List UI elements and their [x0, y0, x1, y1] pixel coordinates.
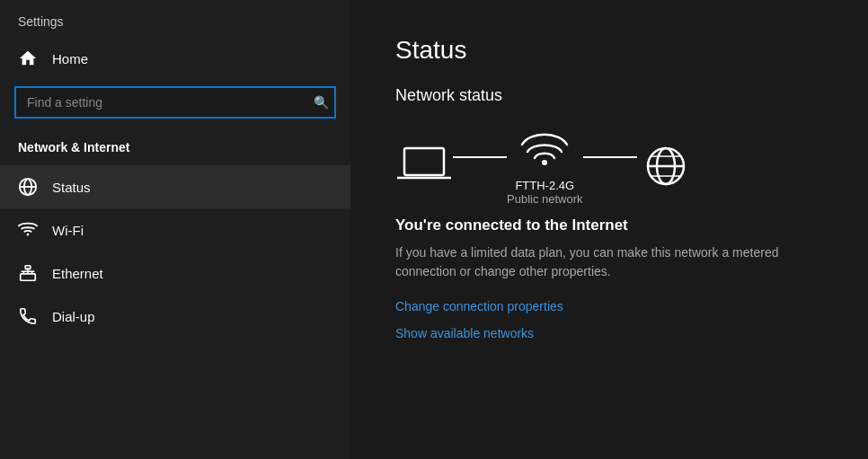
- sidebar-item-status-label: Status: [52, 180, 91, 195]
- wifi-icon: [18, 220, 38, 240]
- diagram-line-2: [583, 156, 637, 158]
- svg-rect-9: [25, 266, 31, 269]
- diagram-line-1: [453, 156, 507, 158]
- svg-rect-10: [404, 148, 444, 175]
- network-info: FTTH-2.4G Public network: [507, 179, 583, 206]
- connected-text: You're connected to the Internet: [395, 216, 823, 234]
- svg-point-12: [542, 160, 547, 165]
- router-diagram-icon: FTTH-2.4G Public network: [507, 127, 583, 206]
- home-label: Home: [52, 51, 88, 66]
- sidebar-item-wifi-label: Wi-Fi: [52, 223, 84, 238]
- change-connection-link[interactable]: Change connection properties: [395, 299, 823, 313]
- sidebar: Settings Home 🔍 Network & Internet Statu…: [0, 0, 350, 459]
- sidebar-item-home[interactable]: Home: [0, 38, 350, 79]
- network-type: Public network: [507, 192, 583, 206]
- app-title: Settings: [0, 0, 350, 38]
- search-input[interactable]: [14, 86, 336, 119]
- sidebar-item-dialup-label: Dial-up: [52, 309, 95, 324]
- dialup-icon: [18, 306, 38, 326]
- page-title: Status: [395, 36, 823, 65]
- globe-icon: [637, 144, 695, 189]
- home-icon: [18, 49, 38, 68]
- main-content: Status Network status FTTH-2.4G Public n…: [350, 0, 868, 459]
- wifi-diagram-icon: [518, 127, 571, 172]
- search-icon[interactable]: 🔍: [314, 95, 329, 110]
- sidebar-item-ethernet-label: Ethernet: [52, 266, 103, 281]
- sidebar-item-wifi[interactable]: Wi-Fi: [0, 208, 350, 252]
- globe-diagram-icon: [637, 144, 695, 189]
- network-diagram: FTTH-2.4G Public network: [395, 127, 823, 206]
- section-heading: Network status: [395, 86, 823, 105]
- sidebar-item-status[interactable]: Status: [0, 165, 350, 208]
- status-icon: [18, 177, 38, 197]
- description-text: If you have a limited data plan, you can…: [395, 243, 823, 281]
- sidebar-item-dialup[interactable]: Dial-up: [0, 295, 350, 338]
- svg-point-2: [27, 234, 30, 236]
- sidebar-item-ethernet[interactable]: Ethernet: [0, 252, 350, 295]
- svg-rect-3: [21, 274, 36, 280]
- search-container: 🔍: [14, 86, 336, 119]
- laptop-icon: [395, 144, 453, 189]
- network-name: FTTH-2.4G: [507, 179, 583, 192]
- section-title: Network & Internet: [0, 133, 350, 165]
- show-networks-link[interactable]: Show available networks: [395, 326, 823, 340]
- laptop-diagram-icon: [395, 144, 453, 189]
- ethernet-icon: [18, 263, 38, 283]
